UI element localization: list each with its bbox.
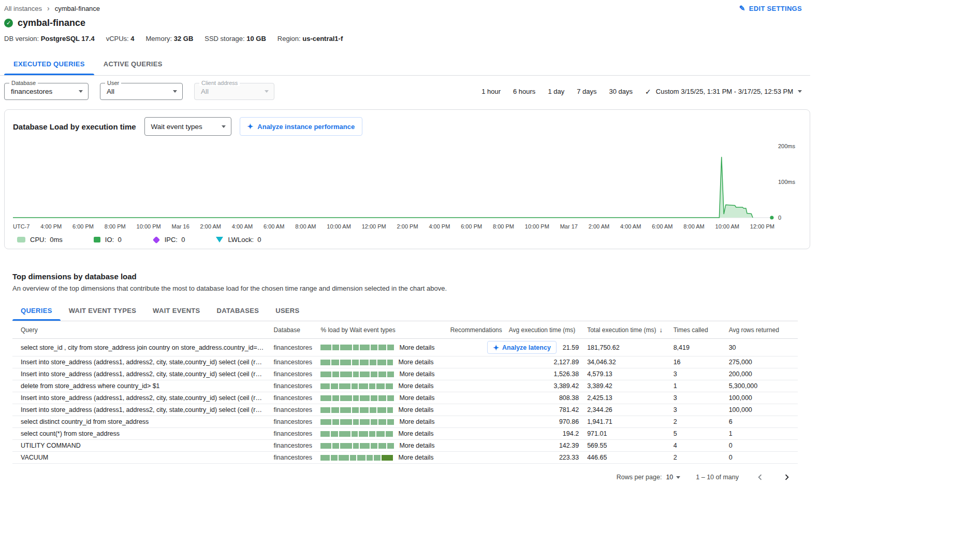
column-header[interactable]: Times called — [669, 321, 725, 339]
more-details-link[interactable]: More details — [399, 418, 434, 425]
analyze-latency-button[interactable]: ✦Analyze latency — [487, 341, 557, 354]
custom-time-range[interactable]: ✓ Custom 3/15/25, 1:31 PM - 3/17/25, 12:… — [645, 88, 802, 96]
more-details-link[interactable]: More details — [399, 370, 434, 378]
table-row[interactable]: delete from store_address where country_… — [12, 380, 798, 392]
time-range-option[interactable]: 1 day — [548, 88, 564, 95]
previous-page-button[interactable] — [754, 472, 766, 483]
table-row[interactable]: Insert into store_address (address1, add… — [12, 368, 798, 380]
column-header[interactable]: Total execution time (ms)↓ — [583, 321, 669, 339]
next-page-button[interactable] — [781, 472, 793, 483]
table-row[interactable]: select store_id , city from store_addres… — [12, 339, 798, 356]
user-select[interactable]: User All — [100, 83, 183, 100]
recommendations-cell — [446, 368, 505, 380]
rows-per-page-select[interactable]: 10 — [666, 474, 680, 481]
total-execution-time-cell: 34,046.32 — [583, 356, 669, 368]
tab-active-queries[interactable]: ACTIVE QUERIES — [94, 53, 172, 75]
avg-execution-time-value: 1,526.38 — [553, 370, 579, 378]
column-header[interactable]: Recommendations — [446, 321, 505, 339]
load-bar-segment — [371, 345, 377, 350]
wait-event-dimension-select[interactable]: Wait event types — [144, 117, 231, 136]
table-row[interactable]: UTILITY COMMAND financestores More detai… — [12, 440, 798, 452]
table-row[interactable]: select count(*) from store_address finan… — [12, 428, 798, 440]
table-row[interactable]: VACUUM financestores More details 223.33… — [12, 452, 798, 464]
time-range-option[interactable]: 1 hour — [481, 88, 501, 95]
more-details-link[interactable]: More details — [398, 406, 433, 413]
avg-execution-time-value: 781.42 — [559, 406, 579, 413]
table-row[interactable]: Insert into store_address (address1, add… — [12, 356, 798, 368]
column-header[interactable]: Avg execution time (ms) — [505, 321, 583, 339]
x-axis-tick: 6:00 AM — [652, 223, 672, 230]
legend-item[interactable]: LWLock: 0 — [216, 236, 261, 244]
x-axis-tick: 2:00 AM — [589, 223, 609, 230]
dimension-tab-databases[interactable]: DATABASES — [209, 301, 268, 321]
load-bar-segment — [331, 360, 339, 365]
x-axis-tick: 12:00 PM — [362, 223, 386, 230]
sort-descending-icon[interactable]: ↓ — [660, 326, 663, 334]
load-bar — [320, 455, 393, 461]
database-select[interactable]: Database financestores — [4, 83, 89, 100]
load-bar-segment — [340, 372, 352, 377]
time-range-option[interactable]: 6 hours — [513, 88, 535, 95]
analyze-instance-performance-button[interactable]: ✦ Analyze instance performance — [240, 117, 363, 136]
pagination: Rows per page: 10 1 – 10 of many — [12, 464, 798, 494]
total-execution-time-cell: 446.65 — [583, 452, 669, 464]
load-bar-segment — [331, 407, 339, 413]
time-range-option[interactable]: 7 days — [577, 88, 596, 95]
legend-item[interactable]: CPU: 0ms — [17, 236, 63, 244]
load-bar — [320, 372, 394, 377]
column-header[interactable]: Avg rows returned — [725, 321, 798, 339]
load-bar-segment — [320, 407, 330, 413]
times-called-cell: 3 — [669, 404, 725, 416]
load-cell: More details — [316, 339, 446, 356]
x-axis-tick: 10:00 AM — [327, 223, 350, 230]
table-row[interactable]: Insert into store_address (address1, add… — [12, 404, 798, 416]
more-details-link[interactable]: More details — [399, 394, 434, 402]
load-bar-segment — [332, 419, 339, 425]
more-details-link[interactable]: More details — [398, 382, 433, 390]
load-bar-segment — [353, 395, 359, 401]
edit-settings-label: EDIT SETTINGS — [749, 5, 802, 12]
legend-item[interactable]: IO: 0 — [94, 236, 122, 244]
column-header[interactable]: Database — [270, 321, 317, 339]
more-details-link[interactable]: More details — [399, 344, 434, 351]
avg-rows-returned-cell: 30 — [725, 339, 798, 356]
times-called-cell: 16 — [669, 356, 725, 368]
database-cell: financestores — [270, 416, 317, 428]
dimension-tab-wait-events[interactable]: WAIT EVENTS — [144, 301, 208, 321]
dimension-tab-wait-event-types[interactable]: WAIT EVENT TYPES — [61, 301, 144, 321]
avg-execution-time-cell: 808.38 — [505, 392, 583, 404]
table-row[interactable]: Insert into store_address (address1, add… — [12, 392, 798, 404]
legend-item[interactable]: IPC: 0 — [153, 236, 185, 244]
more-details-link[interactable]: More details — [398, 359, 433, 366]
times-called-cell: 8,419 — [669, 339, 725, 356]
load-bar-segment — [378, 372, 386, 377]
load-bar-segment — [387, 419, 394, 425]
times-called-cell: 5 — [669, 428, 725, 440]
chart-plot: UTC-74:00 PM6:00 PM8:00 PM10:00 PMMar 16… — [13, 143, 774, 230]
dimension-tab-users[interactable]: USERS — [267, 301, 308, 321]
column-header[interactable]: % load by Wait event types — [316, 321, 446, 339]
more-details-link[interactable]: More details — [399, 442, 434, 449]
tab-executed-queries[interactable]: EXECUTED QUERIES — [4, 53, 94, 75]
dimension-tab-queries[interactable]: QUERIES — [12, 301, 61, 321]
load-bar-segment — [331, 455, 338, 461]
load-bar-segment — [360, 395, 370, 401]
more-details-link[interactable]: More details — [398, 430, 433, 437]
edit-settings-button[interactable]: ✎ EDIT SETTINGS — [739, 4, 802, 12]
chart-line-path — [13, 157, 753, 218]
more-details-link[interactable]: More details — [398, 454, 433, 461]
chevron-right-icon — [781, 472, 793, 483]
table-row[interactable]: select distinct country_id from store_ad… — [12, 416, 798, 428]
load-bar-segment — [339, 455, 349, 461]
database-cell: financestores — [270, 404, 317, 416]
load-bar-segment — [332, 443, 339, 449]
load-bar-segment — [359, 431, 368, 437]
column-header[interactable]: Query — [12, 321, 270, 339]
load-bar-segment — [376, 431, 385, 437]
chart-title: Database Load by execution time — [13, 122, 136, 131]
avg-execution-time-value: 3,389.42 — [553, 382, 579, 390]
load-bar-segment — [386, 383, 393, 389]
time-range-option[interactable]: 30 days — [609, 88, 633, 95]
breadcrumb-all-instances[interactable]: All instances — [4, 5, 42, 12]
x-axis-tick: 10:00 PM — [525, 223, 549, 230]
